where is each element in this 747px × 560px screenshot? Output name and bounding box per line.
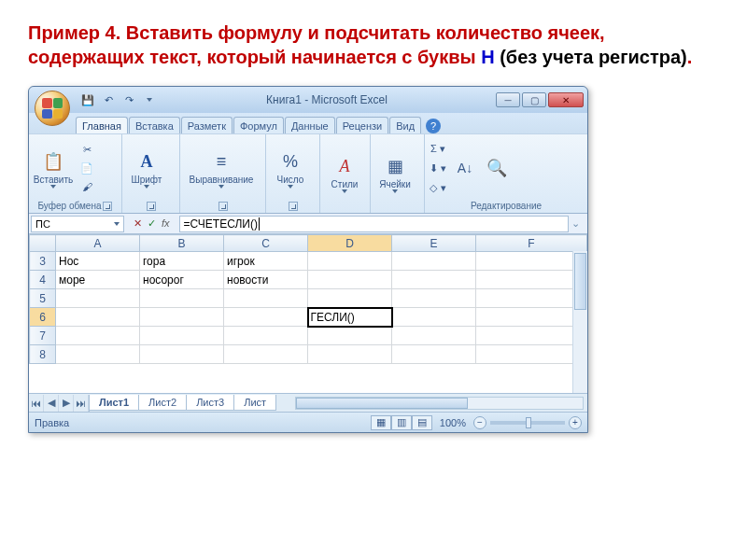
cell-E3[interactable] <box>392 252 476 271</box>
percent-icon: % <box>277 148 303 175</box>
col-F[interactable]: F <box>476 235 587 252</box>
col-D[interactable]: D <box>308 235 392 252</box>
horizontal-scrollbar[interactable] <box>295 397 584 410</box>
cell-A4[interactable]: море <box>56 271 140 289</box>
cell-F4[interactable] <box>476 271 587 289</box>
col-E[interactable]: E <box>392 235 476 252</box>
save-icon[interactable]: 💾 <box>79 91 96 108</box>
sheet-tab-1[interactable]: Лист1 <box>89 395 139 411</box>
paste-button[interactable]: 📋 Вставить <box>33 139 74 197</box>
find-icon: 🔍 <box>484 155 510 181</box>
view-normal-icon[interactable]: ▦ <box>371 415 391 430</box>
tab-data[interactable]: Данные <box>285 117 335 133</box>
group-clipboard-label: Буфер обмена <box>38 201 102 211</box>
cell-D3[interactable] <box>308 252 392 271</box>
vertical-scrollbar[interactable] <box>572 251 587 393</box>
close-button[interactable]: ✕ <box>548 92 584 107</box>
cut-icon[interactable]: ✂ <box>78 141 96 158</box>
format-painter-icon[interactable]: 🖌 <box>78 178 96 195</box>
cell-C4[interactable]: новости <box>224 271 308 289</box>
qat-dropdown-icon[interactable] <box>141 91 158 108</box>
font-button[interactable]: AШрифт <box>126 140 167 198</box>
view-pagebreak-icon[interactable]: ▤ <box>412 415 432 430</box>
zoom-slider[interactable] <box>490 421 565 425</box>
tab-review[interactable]: Рецензи <box>336 117 389 133</box>
font-launcher[interactable] <box>147 202 156 211</box>
cell-A3[interactable]: Нос <box>56 252 140 271</box>
col-A[interactable]: A <box>56 235 140 252</box>
col-C[interactable]: C <box>224 235 308 252</box>
fx-icon[interactable]: fx <box>162 217 170 230</box>
office-button[interactable] <box>35 91 70 126</box>
styles-icon: A <box>331 153 358 179</box>
window-title: Книга1 - Microsoft Excel <box>158 93 496 106</box>
zoom-in-button[interactable]: + <box>569 416 582 429</box>
maximize-button[interactable]: ▢ <box>522 92 546 107</box>
titlebar: 💾 ↶ ↷ Книга1 - Microsoft Excel ─ ▢ ✕ <box>29 87 587 113</box>
sheet-nav-last[interactable]: ⏭ <box>74 395 89 412</box>
cell-D6-editing[interactable]: ГЕСЛИ() <box>308 308 392 327</box>
sheet-nav-next[interactable]: ▶ <box>59 395 74 412</box>
cells-button[interactable]: ▦Ячейки <box>374 145 416 203</box>
ribbon: 📋 Вставить ✂ 📄 🖌 Буфер обмена AШрифт <box>29 133 587 214</box>
spreadsheet-grid[interactable]: A B C D E F 3 Нос гора игрок 4 море носо… <box>29 234 587 393</box>
help-icon[interactable]: ? <box>426 119 441 133</box>
styles-button[interactable]: AСтили <box>324 145 365 203</box>
cell-F3[interactable] <box>476 252 587 271</box>
cell-E4[interactable] <box>392 271 476 289</box>
number-launcher[interactable] <box>289 202 298 211</box>
row-8[interactable]: 8 <box>30 345 56 364</box>
sheet-nav-first[interactable]: ⏮ <box>29 395 44 412</box>
row-4[interactable]: 4 <box>30 271 56 289</box>
cell-C3[interactable]: игрок <box>224 252 308 271</box>
clipboard-launcher[interactable] <box>103 202 112 211</box>
tab-view[interactable]: Вид <box>389 117 421 133</box>
ribbon-tabs: Главная Вставка Разметк Формул Данные Ре… <box>29 113 587 133</box>
sheet-tab-4[interactable]: Лист <box>233 395 276 411</box>
formula-bar[interactable]: =СЧЕТЕСЛИ() <box>179 216 569 232</box>
tab-layout[interactable]: Разметк <box>181 117 233 133</box>
cell-B3[interactable]: гора <box>140 252 224 271</box>
tab-formulas[interactable]: Формул <box>233 117 284 133</box>
sort-filter-button[interactable]: A↓ <box>451 139 479 197</box>
sheet-tab-2[interactable]: Лист2 <box>138 395 187 411</box>
font-icon: A <box>134 148 160 175</box>
undo-icon[interactable]: ↶ <box>100 91 117 108</box>
sheet-tab-3[interactable]: Лист3 <box>186 395 234 411</box>
tab-home[interactable]: Главная <box>76 117 128 133</box>
sheet-tabs-row: ⏮ ◀ ▶ ⏭ Лист1 Лист2 Лист3 Лист <box>29 393 587 412</box>
row-7[interactable]: 7 <box>30 327 56 345</box>
align-icon: ≡ <box>208 148 234 175</box>
cell-B4[interactable]: носорог <box>140 271 224 289</box>
copy-icon[interactable]: 📄 <box>78 160 96 176</box>
minimize-button[interactable]: ─ <box>496 92 520 107</box>
cancel-formula-icon[interactable]: ✕ <box>134 217 142 230</box>
number-button[interactable]: %Число <box>270 140 311 198</box>
redo-icon[interactable]: ↷ <box>120 91 137 108</box>
sheet-nav-prev[interactable]: ◀ <box>44 395 59 412</box>
excel-window: 💾 ↶ ↷ Книга1 - Microsoft Excel ─ ▢ ✕ Гла… <box>28 86 588 433</box>
cells-icon: ▦ <box>382 153 408 179</box>
zoom-out-button[interactable]: − <box>473 416 486 429</box>
row-5[interactable]: 5 <box>30 289 56 308</box>
align-button[interactable]: ≡Выравнивание <box>184 140 259 198</box>
row-6[interactable]: 6 <box>30 308 56 327</box>
fill-icon[interactable]: ⬇ ▾ <box>429 160 447 176</box>
tab-insert[interactable]: Вставка <box>129 117 180 133</box>
autosum-icon[interactable]: Σ ▾ <box>429 140 447 157</box>
cell-D4[interactable] <box>308 271 392 289</box>
view-layout-icon[interactable]: ▥ <box>391 415 412 430</box>
align-launcher[interactable] <box>218 202 228 211</box>
slide-heading: Пример 4. Вставить формулу и подсчитать … <box>28 21 719 69</box>
accept-formula-icon[interactable]: ✓ <box>148 217 156 230</box>
clear-icon[interactable]: ◇ ▾ <box>429 179 447 196</box>
quick-access-toolbar: 💾 ↶ ↷ <box>79 91 158 108</box>
select-all-corner[interactable] <box>30 235 56 252</box>
expand-formula-bar-icon[interactable]: ⌄ <box>571 217 580 230</box>
row-3[interactable]: 3 <box>30 252 56 271</box>
col-B[interactable]: B <box>140 235 224 252</box>
name-box[interactable]: ПС <box>31 216 124 232</box>
find-button[interactable]: 🔍 <box>483 139 511 197</box>
status-mode: Правка <box>35 417 69 428</box>
formula-bar-row: ПС ✕ ✓ fx =СЧЕТЕСЛИ() ⌄ <box>29 214 587 234</box>
